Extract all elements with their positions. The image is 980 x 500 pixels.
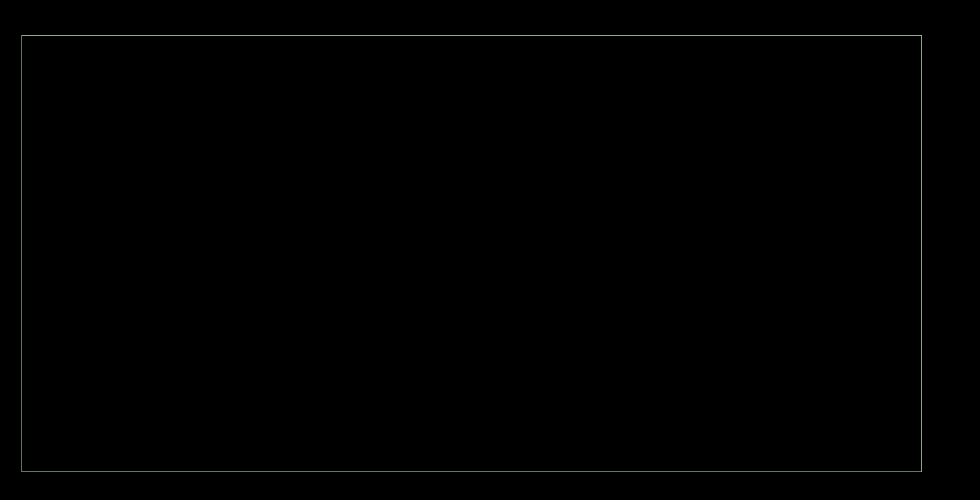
colorbar (940, 36, 949, 470)
spectrogram-plot (22, 36, 922, 472)
spectrogram-window (0, 0, 980, 500)
